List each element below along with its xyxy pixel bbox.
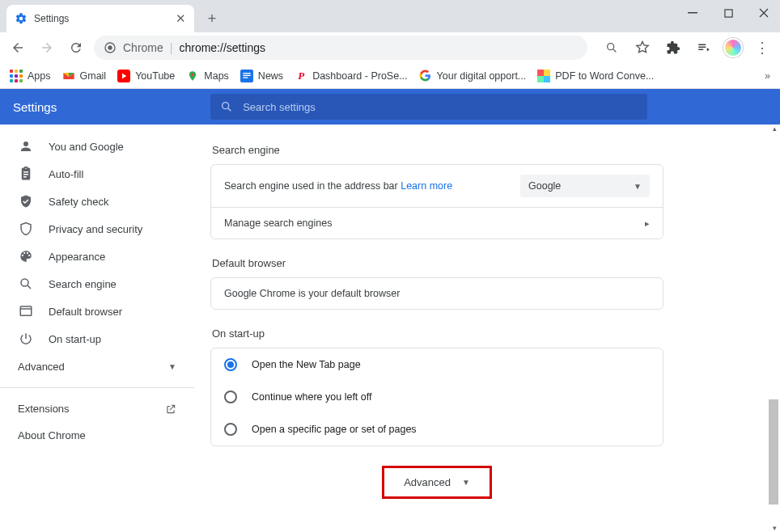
power-icon (18, 331, 34, 346)
svg-line-17 (228, 108, 231, 111)
sidebar-advanced-toggle[interactable]: Advanced ▼ (0, 353, 194, 381)
shield-check-icon (18, 194, 34, 209)
youtube-icon (117, 70, 130, 82)
svg-rect-11 (243, 77, 248, 78)
bookmark-digital[interactable]: Your digital opport... (419, 70, 527, 82)
tab-title: Settings (34, 13, 69, 24)
bookmark-maps[interactable]: Maps (186, 70, 229, 82)
sidebar-item-appearance[interactable]: Appearance (0, 243, 194, 270)
bookmark-star-icon[interactable] (631, 36, 654, 59)
browser-toolbar: Chrome | chrome://settings ⋮ (0, 32, 780, 63)
svg-rect-1 (724, 9, 731, 16)
advanced-expand-button[interactable]: Advanced ▼ (382, 466, 492, 499)
sidebar-extensions[interactable]: Extensions (0, 395, 194, 423)
startup-option-specific[interactable]: Open a specific page or set of pages (211, 413, 663, 445)
learn-more-link[interactable]: Learn more (401, 180, 452, 192)
row-manage-search-engines[interactable]: Manage search engines ▸ (211, 207, 663, 239)
google-g-icon (419, 70, 432, 82)
bookmark-pdf[interactable]: PDF to Word Conve... (537, 70, 654, 82)
radio-icon[interactable] (224, 391, 237, 403)
svg-rect-14 (537, 76, 544, 82)
scrollbar[interactable]: ▴ ▾ (769, 125, 778, 532)
sidebar-item-default-browser[interactable]: Default browser (0, 298, 194, 325)
zoom-icon[interactable] (600, 36, 623, 59)
gear-icon (15, 12, 28, 25)
sidebar-item-search-engine[interactable]: Search engine (0, 270, 194, 298)
reload-button[interactable] (65, 36, 87, 59)
card-default-browser: Google Chrome is your default browser (210, 277, 663, 310)
browser-tab[interactable]: Settings ✕ (6, 5, 194, 32)
svg-point-16 (223, 103, 229, 109)
news-icon (240, 70, 253, 82)
bookmark-dashboard[interactable]: P Dashboard - ProSe... (295, 70, 407, 82)
gmail-icon (62, 70, 75, 82)
section-title-startup: On start-up (212, 327, 663, 340)
radio-selected-icon[interactable] (224, 358, 237, 371)
site-info-icon[interactable] (104, 41, 117, 54)
scrollbar-thumb[interactable] (769, 399, 778, 505)
kebab-menu-icon[interactable]: ⋮ (751, 36, 774, 59)
sidebar-item-startup[interactable]: On start-up (0, 325, 194, 353)
card-startup: Open the New Tab page Continue where you… (210, 348, 663, 446)
address-bar[interactable]: Chrome | chrome://settings (94, 36, 587, 60)
shield-icon (18, 222, 34, 236)
media-control-icon[interactable] (693, 36, 715, 59)
maximize-button[interactable] (717, 3, 740, 23)
svg-rect-9 (243, 73, 250, 74)
sidebar-item-privacy[interactable]: Privacy and security (0, 215, 194, 243)
palette-icon (18, 249, 34, 264)
bookmark-gmail[interactable]: Gmail (62, 70, 107, 82)
close-tab-icon[interactable]: ✕ (176, 11, 186, 26)
startup-option-continue[interactable]: Continue where you left off (211, 381, 663, 413)
scroll-up-arrow-icon[interactable]: ▴ (773, 125, 777, 133)
row-search-engine-select: Search engine used in the address bar Le… (211, 165, 663, 207)
chevron-right-icon: ▸ (645, 218, 650, 229)
sidebar-about-chrome[interactable]: About Chrome (0, 423, 194, 448)
sidebar-item-autofill[interactable]: Auto-fill (0, 160, 194, 188)
svg-rect-0 (688, 12, 697, 14)
sidebar-item-safety-check[interactable]: Safety check (0, 188, 194, 215)
extensions-icon[interactable] (662, 36, 685, 59)
svg-point-3 (108, 45, 112, 49)
profile-avatar[interactable] (723, 38, 743, 57)
person-icon (18, 139, 34, 154)
browser-titlebar: Settings ✕ + (0, 0, 780, 32)
radio-icon[interactable] (224, 423, 237, 436)
window-close-button[interactable] (752, 3, 775, 23)
settings-search-box[interactable] (210, 94, 647, 120)
bookmark-youtube[interactable]: YouTube (117, 70, 175, 82)
pinterest-icon: P (295, 70, 307, 82)
search-icon (18, 277, 34, 291)
external-link-icon (165, 403, 176, 415)
section-title-default-browser: Default browser (212, 257, 663, 269)
bookmarks-overflow-icon[interactable]: » (765, 70, 770, 82)
page-title: Settings (13, 100, 57, 114)
bookmark-apps[interactable]: Apps (10, 70, 51, 82)
minimize-button[interactable] (681, 3, 704, 23)
settings-search-input[interactable] (241, 100, 638, 114)
bookmark-news[interactable]: News (240, 70, 283, 82)
settings-main: Search engine Search engine used in the … (194, 125, 780, 532)
bookmarks-bar: Apps Gmail YouTube Maps News P Dashboard… (0, 63, 780, 89)
scroll-down-arrow-icon[interactable]: ▾ (773, 524, 777, 532)
svg-rect-10 (243, 74, 250, 75)
chevron-down-icon: ▼ (168, 362, 176, 371)
back-button[interactable] (6, 36, 29, 59)
card-search-engine: Search engine used in the address bar Le… (210, 164, 663, 239)
chevron-down-icon: ▼ (634, 182, 642, 191)
svg-rect-20 (20, 306, 32, 315)
svg-rect-12 (537, 70, 544, 76)
chevron-down-icon: ▼ (462, 478, 470, 487)
settings-sidebar: You and Google Auto-fill Safety check Pr… (0, 125, 194, 532)
svg-point-18 (21, 279, 28, 286)
startup-option-newtab[interactable]: Open the New Tab page (211, 348, 663, 381)
svg-point-7 (192, 73, 194, 75)
new-tab-button[interactable]: + (201, 7, 223, 30)
svg-line-19 (28, 285, 31, 289)
sidebar-item-you-and-google[interactable]: You and Google (0, 133, 194, 160)
svg-point-4 (608, 43, 614, 49)
search-engine-select[interactable]: Google ▼ (520, 175, 650, 197)
forward-button[interactable] (36, 36, 58, 59)
maps-pin-icon (186, 70, 199, 82)
svg-rect-13 (544, 70, 550, 76)
